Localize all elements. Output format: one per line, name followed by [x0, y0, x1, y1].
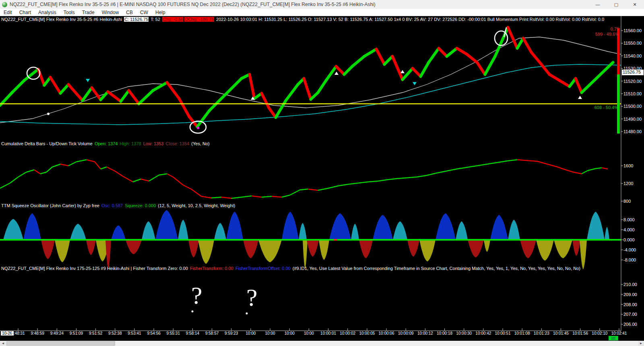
renko-bars — [286, 84, 298, 101]
title-bar: NQZ22_FUT_CME[M] Flex Renko Inv 35-5-25 … — [0, 0, 644, 9]
renko-bars — [108, 92, 121, 101]
delta-line — [60, 164, 68, 166]
delta-line — [547, 164, 557, 167]
delta-line — [582, 171, 588, 174]
renko-bars — [576, 78, 582, 93]
scroll-thumb[interactable] — [6, 341, 115, 346]
header-segment: FisherTransform: 0.00 — [190, 266, 235, 271]
menu-item-tools[interactable]: Tools — [60, 9, 78, 16]
delta-line — [211, 197, 221, 198]
drawn-question-dot — [192, 311, 194, 313]
delta-line — [0, 183, 10, 188]
header-segment: (#9.ID1, Yes, Use Latest Value from Corr… — [292, 266, 581, 271]
delta-line — [427, 173, 437, 175]
horizontal-scrollbar[interactable]: ◄ ► — [0, 341, 644, 346]
scroll-right-button[interactable]: ► — [638, 341, 644, 346]
renko-bars — [129, 91, 139, 104]
delta-line — [52, 164, 60, 167]
renko-bars — [457, 48, 467, 54]
renko-bars — [384, 56, 392, 64]
axis-tick-label: 1200 — [623, 181, 644, 186]
app-icon — [2, 2, 7, 7]
header-segment: Close: 1354 — [165, 141, 191, 146]
squeeze-hump — [554, 240, 572, 258]
axis-tick-label: 11550.00 — [623, 41, 644, 45]
delta-line — [396, 178, 407, 179]
delta-line — [101, 167, 107, 169]
time-label: 10:00:06 — [379, 331, 394, 336]
up-arrow-marker — [400, 70, 405, 73]
axis-tick-label: 0.000 — [623, 237, 644, 242]
renko-bars — [447, 48, 457, 56]
down-arrow-marker — [86, 79, 90, 82]
menu-item-analysis[interactable]: Analysis — [35, 9, 60, 16]
renko-bars — [364, 49, 376, 56]
header-segment: Cumulative Delta Bars - Up/Down Tick Vol… — [1, 141, 94, 146]
squeeze-hump — [484, 240, 490, 252]
squeeze-hump — [105, 240, 111, 270]
maximize-button[interactable]: ▢ — [607, 0, 625, 9]
header-segment: DChg: -186.75 — [184, 17, 214, 22]
menu-item-chart[interactable]: Chart — [16, 9, 35, 16]
menu-item-trade[interactable]: Trade — [78, 9, 98, 16]
renko-bars — [12, 80, 24, 93]
menu-item-cw[interactable]: CW — [136, 9, 152, 16]
delta-line — [318, 188, 328, 190]
up-arrow-marker — [334, 72, 339, 75]
time-label: 10:02:41 — [611, 331, 627, 336]
squeeze-hump — [359, 240, 373, 258]
time-label: 10:01:08 — [514, 331, 530, 336]
squeeze-hump — [572, 240, 580, 256]
chart-canvas[interactable]: ?? — [0, 16, 644, 336]
delta-line — [40, 172, 46, 174]
time-label: 9:52:38 — [108, 331, 122, 336]
squeeze-hump — [299, 223, 307, 240]
squeeze-hump — [580, 240, 587, 270]
renko-bars — [197, 111, 209, 127]
delta-line — [457, 167, 467, 169]
header-segment: NQZ22_FUT_CME[M] Flex Renko Inv 35-5-25 … — [1, 17, 124, 22]
renko-bars — [413, 68, 421, 76]
time-label: 10:00 — [285, 331, 295, 336]
renko-bars — [326, 66, 336, 80]
scroll-left-button[interactable]: ◄ — [0, 341, 6, 346]
delta-line — [290, 190, 300, 195]
axis-tick-label: 11500.00 — [623, 104, 644, 109]
close-button[interactable]: ✕ — [625, 0, 644, 9]
time-label: 9:58:14 — [186, 331, 199, 336]
time-label: 10:00:02 — [340, 331, 355, 336]
squeeze-hump — [126, 240, 142, 254]
delta-line — [242, 196, 252, 197]
time-label: 10:01:45 — [553, 331, 569, 336]
delta-line — [167, 174, 173, 177]
delta-line — [252, 196, 262, 197]
menu-item-edit[interactable]: Edit — [0, 9, 16, 16]
delta-line — [557, 167, 566, 170]
header-segment: High: 1378 — [119, 141, 142, 146]
drawn-question-dot — [246, 313, 248, 315]
renko-bars — [50, 77, 60, 93]
renko-bars — [402, 68, 413, 80]
delta-line — [537, 161, 547, 164]
squeeze-hump — [419, 240, 436, 262]
menu-item-window[interactable]: Window — [98, 9, 123, 16]
time-label: 9:53:41 — [128, 331, 141, 336]
menu-item-help[interactable]: Help — [152, 9, 169, 16]
renko-bars — [139, 91, 153, 104]
delta-line — [527, 161, 537, 161]
chart-area[interactable]: ?? NQZ22_FUT_CME[M] Flex Renko Inv 35-5-… — [0, 16, 644, 336]
time-label: 10:02:10 — [592, 331, 607, 336]
renko-bars — [485, 56, 495, 74]
header-segment: Chg: -0.56 — [162, 17, 184, 22]
renko-bars — [318, 80, 326, 93]
minimize-button[interactable]: — — [588, 0, 607, 9]
time-label: 10:00 — [265, 331, 275, 336]
delta-line — [115, 171, 123, 176]
delta-line — [574, 172, 582, 174]
time-label: 10:00 — [304, 331, 314, 336]
delta-line — [467, 166, 477, 167]
menu-item-cb[interactable]: CB — [122, 9, 136, 16]
time-label: 10:00:30 — [456, 331, 472, 336]
delta-line — [221, 197, 231, 198]
header-segment: T: 52 — [149, 17, 162, 22]
